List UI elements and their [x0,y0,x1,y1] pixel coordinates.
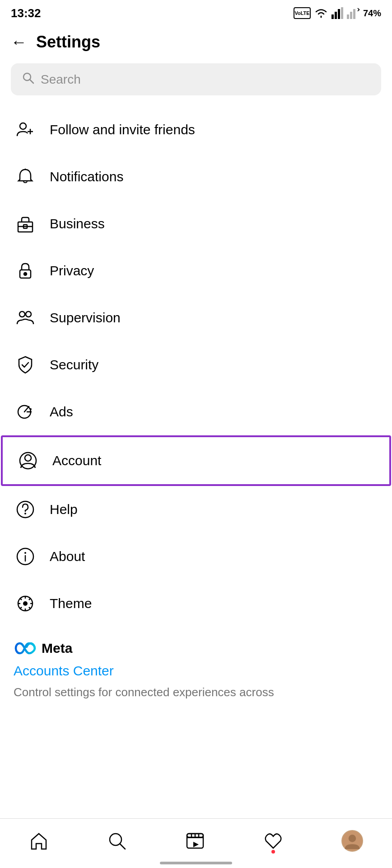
svg-point-32 [24,552,26,554]
accounts-center-link[interactable]: Accounts Center [14,663,378,679]
meta-logo: Meta [14,641,378,656]
help-label: Help [50,502,78,517]
svg-point-29 [24,513,26,514]
notifications-icon [14,165,37,189]
svg-line-11 [30,80,33,83]
svg-rect-3 [335,12,337,19]
theme-icon [14,592,37,615]
supervision-label: Supervision [50,310,121,326]
about-label: About [50,549,85,564]
settings-menu-list: Follow and invite friends Notifications [0,106,392,627]
security-label: Security [50,357,98,373]
account-label: Account [52,453,101,468]
svg-text:✕: ✕ [357,7,359,13]
notifications-label: Notifications [50,169,123,184]
nav-item-activity[interactable] [263,831,283,851]
supervision-icon [14,306,37,330]
no-signal-icon: ✕ [347,7,359,19]
settings-item-privacy[interactable]: Privacy [0,247,392,294]
header: ← Settings [0,24,392,59]
follow-icon [14,118,37,142]
reels-icon [185,831,205,851]
search-bar[interactable]: Search [11,63,381,95]
search-container: Search [11,63,381,95]
svg-line-44 [120,844,125,849]
svg-line-39 [20,598,22,600]
settings-item-ads[interactable]: Ads [0,388,392,435]
battery-text: 74% [363,8,381,19]
svg-point-22 [26,311,31,317]
nav-item-reels[interactable] [185,831,205,851]
business-icon [14,212,37,236]
back-button[interactable]: ← [11,34,27,50]
search-nav-icon [107,831,127,851]
activity-icon [263,831,283,851]
accounts-center-description: Control settings for connected experienc… [14,684,378,700]
home-indicator [160,862,232,864]
svg-rect-4 [338,9,340,19]
svg-point-27 [25,455,31,461]
svg-rect-8 [353,9,355,19]
settings-item-business[interactable]: Business [0,200,392,247]
ads-label: Ads [50,404,73,420]
svg-point-25 [30,411,32,413]
settings-content: Search Follow and invite friends [0,63,392,759]
search-placeholder-text: Search [41,72,81,87]
activity-notification-dot [271,850,275,854]
svg-rect-2 [331,14,334,19]
status-bar: 13:32 VoLTE ✕ 74% [0,0,392,24]
settings-item-theme[interactable]: Theme [0,580,392,627]
settings-item-account[interactable]: Account [1,435,391,486]
follow-label: Follow and invite friends [50,122,195,137]
svg-line-40 [29,607,31,609]
page-title: Settings [36,33,100,52]
settings-item-supervision[interactable]: Supervision [0,294,392,341]
status-icons: VoLTE ✕ 74% [294,7,381,19]
svg-point-12 [20,123,26,129]
ads-icon [14,400,37,424]
theme-label: Theme [50,596,92,611]
home-icon [29,831,49,851]
wifi-icon [314,7,328,19]
security-icon [14,353,37,377]
settings-item-follow[interactable]: Follow and invite friends [0,106,392,153]
privacy-label: Privacy [50,263,94,278]
privacy-icon [14,259,37,283]
avatar-image [342,831,362,851]
svg-point-34 [23,601,28,606]
svg-line-41 [29,598,31,600]
svg-line-42 [20,607,22,609]
svg-point-20 [24,273,27,275]
nav-item-search[interactable] [107,831,127,851]
settings-item-help[interactable]: Help [0,486,392,533]
settings-item-notifications[interactable]: Notifications [0,153,392,200]
signal-icon [331,7,343,19]
account-icon [16,449,40,472]
nav-item-home[interactable] [29,831,49,851]
settings-item-about[interactable]: About [0,533,392,580]
meta-section: Meta Accounts Center Control settings fo… [0,627,392,705]
meta-logo-icon [14,642,37,655]
svg-point-52 [348,835,356,842]
search-icon [22,71,34,87]
bottom-navigation [0,818,392,868]
svg-text:VoLTE: VoLTE [294,10,309,16]
meta-logo-text: Meta [42,641,72,656]
settings-item-security[interactable]: Security [0,341,392,388]
svg-rect-6 [347,14,349,19]
status-time: 13:32 [11,6,41,20]
svg-rect-7 [350,12,352,19]
nav-item-profile[interactable] [341,830,363,852]
svg-rect-5 [341,7,343,19]
lte-icon: VoLTE [294,7,311,19]
help-icon [14,498,37,521]
profile-avatar [341,830,363,852]
svg-point-21 [19,311,25,317]
about-icon [14,545,37,568]
business-label: Business [50,216,105,231]
svg-point-24 [30,408,32,410]
